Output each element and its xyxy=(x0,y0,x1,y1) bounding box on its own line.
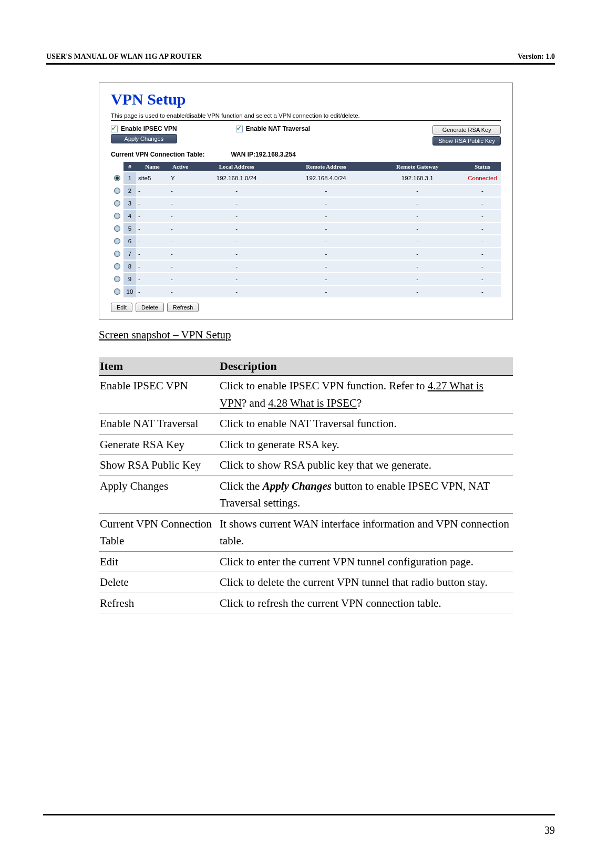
enable-ipsec-vpn-label: Enable IPSEC VPN xyxy=(121,125,177,132)
enable-ipsec-vpn-checkbox[interactable] xyxy=(111,126,118,132)
vpn-connection-table: # Name Active Local Address Remote Addre… xyxy=(111,161,501,298)
row-gateway: - xyxy=(371,185,465,197)
row-name: - xyxy=(136,248,169,260)
row-radio[interactable] xyxy=(114,238,120,244)
vpn-setup-title: VPN Setup xyxy=(111,90,501,108)
row-local: - xyxy=(192,261,281,272)
connection-table-label: Current VPN Connection Table: xyxy=(111,151,204,158)
row-remote: - xyxy=(281,273,370,285)
row-remote: - xyxy=(281,235,370,247)
refresh-button[interactable]: Refresh xyxy=(167,303,199,312)
table-row: 8------ xyxy=(111,261,501,272)
desc-row: Current VPN Connection TableIt shows cur… xyxy=(99,513,513,551)
header-divider xyxy=(46,63,555,65)
page-number: 39 xyxy=(544,824,555,836)
desc-item: Edit xyxy=(99,551,219,572)
desc-item: Delete xyxy=(99,572,219,593)
row-local: - xyxy=(192,198,281,209)
desc-row: Show RSA Public KeyClick to show RSA pub… xyxy=(99,455,513,476)
row-remote: - xyxy=(281,286,370,297)
row-gateway: - xyxy=(371,286,465,297)
desc-row: Enable NAT TraversalClick to enable NAT … xyxy=(99,414,513,435)
row-active: Y xyxy=(169,172,192,184)
row-radio[interactable] xyxy=(114,263,120,270)
apply-changes-button[interactable]: Apply Changes xyxy=(111,134,177,143)
row-gateway: - xyxy=(371,198,465,209)
row-radio[interactable] xyxy=(114,276,120,282)
row-status: - xyxy=(464,248,501,260)
row-status: - xyxy=(464,185,501,197)
row-name: - xyxy=(136,210,169,222)
vpn-setup-screenshot: VPN Setup This page is used to enable/di… xyxy=(99,82,513,320)
table-row: 10------ xyxy=(111,286,501,297)
col-remote: Remote Address xyxy=(281,162,370,171)
row-num: 4 xyxy=(123,210,136,222)
row-gateway: - xyxy=(371,261,465,272)
row-status: - xyxy=(464,286,501,297)
row-local: - xyxy=(192,210,281,222)
row-active: - xyxy=(169,223,192,234)
subtitle-divider xyxy=(111,120,501,121)
row-local: - xyxy=(192,223,281,234)
header-left: USER'S MANUAL OF WLAN 11G AP ROUTER xyxy=(46,53,202,61)
description-table: Item Description Enable IPSEC VPNClick t… xyxy=(99,357,513,614)
desc-item: Enable NAT Traversal xyxy=(99,414,219,435)
row-radio[interactable] xyxy=(114,175,120,181)
row-active: - xyxy=(169,248,192,260)
desc-header-description: Description xyxy=(219,357,513,376)
desc-row: RefreshClick to refresh the current VPN … xyxy=(99,593,513,614)
row-remote: - xyxy=(281,248,370,260)
row-radio[interactable] xyxy=(114,213,120,219)
table-row: 6------ xyxy=(111,235,501,247)
desc-row: Apply ChangesClick the Apply Changes but… xyxy=(99,476,513,513)
desc-row: Enable IPSEC VPNClick to enable IPSEC VP… xyxy=(99,376,513,414)
show-rsa-public-key-button[interactable]: Show RSA Public Key xyxy=(432,136,501,146)
table-row: 9------ xyxy=(111,273,501,285)
col-local: Local Address xyxy=(192,162,281,171)
desc-row: EditClick to enter the current VPN tunne… xyxy=(99,551,513,572)
desc-item: Current VPN Connection Table xyxy=(99,513,219,551)
row-radio[interactable] xyxy=(114,188,120,194)
desc-row: Generate RSA KeyClick to generate RSA ke… xyxy=(99,434,513,455)
desc-text: Click to enable IPSEC VPN function. Refe… xyxy=(219,376,513,414)
row-active: - xyxy=(169,286,192,297)
desc-text: Click to delete the current VPN tunnel t… xyxy=(219,572,513,593)
row-num: 8 xyxy=(123,261,136,272)
edit-button[interactable]: Edit xyxy=(111,303,132,312)
desc-item: Enable IPSEC VPN xyxy=(99,376,219,414)
row-local: - xyxy=(192,185,281,197)
generate-rsa-key-button[interactable]: Generate RSA Key xyxy=(432,125,501,135)
row-radio[interactable] xyxy=(114,225,120,232)
row-radio[interactable] xyxy=(114,200,120,206)
desc-text: Click to refresh the current VPN connect… xyxy=(219,593,513,614)
desc-item: Show RSA Public Key xyxy=(99,455,219,476)
row-status: - xyxy=(464,235,501,247)
row-gateway: - xyxy=(371,223,465,234)
table-row: 2------ xyxy=(111,185,501,197)
row-status: - xyxy=(464,261,501,272)
row-remote: 192.168.4.0/24 xyxy=(281,172,370,184)
header-right: Version: 1.0 xyxy=(518,53,555,61)
enable-nat-traversal-label: Enable NAT Traversal xyxy=(246,125,311,132)
row-local: - xyxy=(192,235,281,247)
desc-item: Apply Changes xyxy=(99,476,219,513)
row-name: - xyxy=(136,185,169,197)
row-radio[interactable] xyxy=(114,251,120,257)
desc-item: Generate RSA Key xyxy=(99,434,219,455)
row-status: - xyxy=(464,223,501,234)
enable-nat-traversal-checkbox[interactable] xyxy=(236,126,243,132)
delete-button[interactable]: Delete xyxy=(136,303,164,312)
row-gateway: - xyxy=(371,273,465,285)
row-radio[interactable] xyxy=(114,288,120,295)
row-num: 2 xyxy=(123,185,136,197)
col-active: Active xyxy=(169,162,192,171)
row-active: - xyxy=(169,198,192,209)
row-name: - xyxy=(136,286,169,297)
col-name: Name xyxy=(136,162,169,171)
table-row: 5------ xyxy=(111,223,501,234)
row-num: 3 xyxy=(123,198,136,209)
row-status: - xyxy=(464,198,501,209)
row-gateway: - xyxy=(371,248,465,260)
footer-divider xyxy=(43,814,555,815)
row-name: - xyxy=(136,261,169,272)
